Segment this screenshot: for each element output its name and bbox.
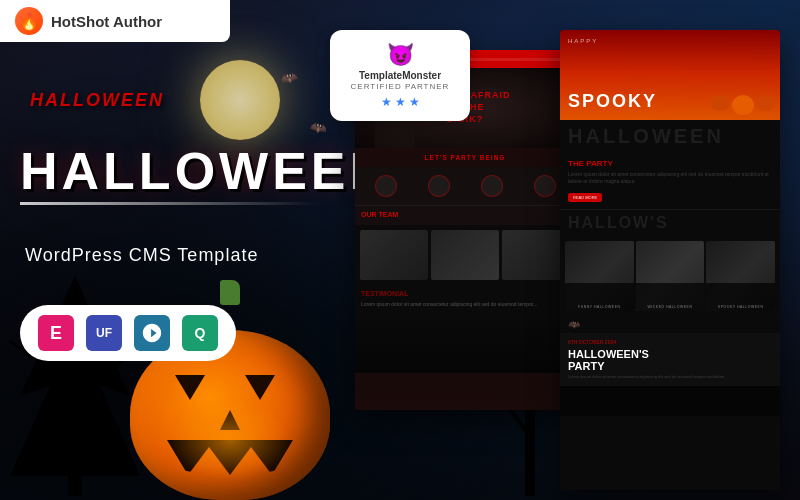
- gallery-item-2: WICKED HALLOWEEN: [636, 241, 705, 311]
- moon-decoration: [200, 60, 280, 140]
- preview-bat-deco: 🦇: [560, 316, 780, 333]
- tech-icons-row: E UF Q: [20, 305, 236, 361]
- preview-gallery: FUNNY HALLOWEEN WICKED HALLOWEEN SPOOKY …: [560, 236, 780, 316]
- star-3: ★: [409, 95, 420, 109]
- preview-party-btn: READ MORE: [568, 193, 602, 202]
- preview-right-content: HAPPY SPOOKY HALLOWEEN THE PARTY Lorem i…: [560, 30, 780, 490]
- halloween-small-logo: HALLOWEEN: [30, 90, 164, 111]
- preview-icons-section: [355, 167, 575, 206]
- gallery-item-1: FUNNY HALLOWEEN: [565, 241, 634, 311]
- preview-bottom-filler: [560, 386, 780, 416]
- team-img-2: [431, 230, 499, 280]
- header: 🔥 HotShot Author: [0, 0, 230, 42]
- preview-team-title: OUR TEAM: [355, 206, 575, 225]
- preview-party-section: THE PARTY Lorem ipsum dolor sit amet con…: [560, 153, 780, 210]
- team-img-1: [360, 230, 428, 280]
- preview-party-invite: 6TH OCTOBER 2024 HALLOWEEN'SPARTY Lorem …: [560, 333, 780, 386]
- header-title: HotShot Author: [51, 13, 162, 30]
- quix-icon: Q: [182, 315, 218, 351]
- pumpkin-glow: [170, 400, 290, 480]
- svg-rect-1: [68, 471, 82, 496]
- preview-icons-row: [361, 175, 569, 197]
- preview-party-date: 6TH OCTOBER 2024: [568, 339, 772, 345]
- preview-icon-4: [534, 175, 556, 197]
- preview-filler: [355, 313, 575, 373]
- tm-badge: 😈 TemplateMonster CERTIFIED PARTNER ★ ★ …: [330, 30, 470, 121]
- preview-right-hero: HAPPY SPOOKY: [560, 30, 780, 120]
- preview-party-title: HALLOWEEN'SPARTY: [568, 348, 772, 372]
- preview-spooky-title: SPOOKY: [568, 91, 657, 112]
- pumpkin-eye-right: [245, 375, 275, 400]
- tm-badge-subtitle: CERTIFIED PARTNER: [350, 82, 450, 91]
- preview-team: [355, 225, 575, 285]
- subtitle: WordPress CMS Template: [25, 245, 258, 266]
- preview-testimonial: TESTIMONIAL Lorem ipsum dolor sit amet c…: [355, 285, 575, 313]
- preview-happy-text: HAPPY: [568, 38, 598, 44]
- preview-icon-1: [375, 175, 397, 197]
- uf-icon: UF: [86, 315, 122, 351]
- preview-halloween-watermark: HALLOWEEN: [560, 120, 780, 153]
- gallery-item-3: SPOOKY HALLOWEEN: [706, 241, 775, 311]
- logo-icon: 🔥: [15, 7, 43, 35]
- star-1: ★: [381, 95, 392, 109]
- preview-icon-2: [428, 175, 450, 197]
- tm-badge-title: TemplateMonster: [350, 70, 450, 82]
- preview-tagline: LET'S PARTY BEING: [355, 148, 575, 167]
- preview-right: HAPPY SPOOKY HALLOWEEN THE PARTY Lorem i…: [560, 30, 780, 490]
- tm-stars: ★ ★ ★: [350, 95, 450, 109]
- preview-events: HALLOW'S: [560, 210, 780, 236]
- wordpress-icon: [134, 315, 170, 351]
- bat-2: 🦇: [309, 119, 329, 138]
- pumpkin-stem: [220, 280, 240, 305]
- star-2: ★: [395, 95, 406, 109]
- pumpkin-eye-left: [175, 375, 205, 400]
- preview-icon-3: [481, 175, 503, 197]
- elementor-icon: E: [38, 315, 74, 351]
- tm-badge-icon: 😈: [350, 42, 450, 68]
- main-title: HALLOWEEN: [20, 145, 391, 205]
